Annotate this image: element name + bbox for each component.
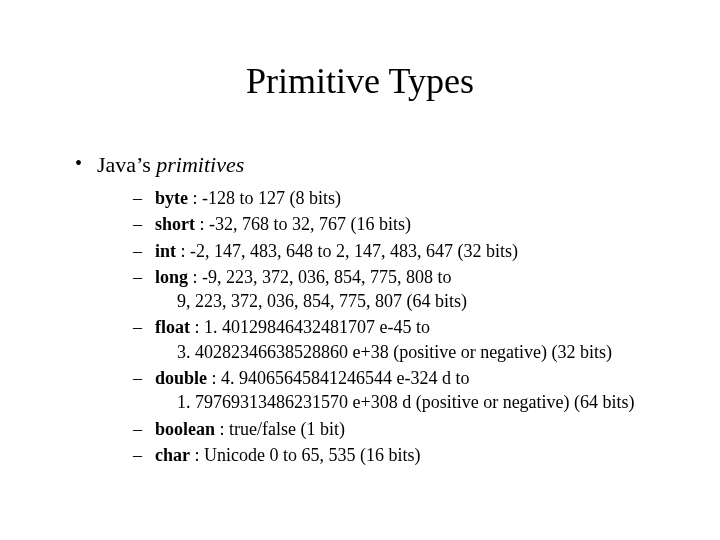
type-name: boolean [155,419,215,439]
bullet-java-primitives: Java’s primitives byte : -128 to 127 (8 … [75,152,670,467]
type-desc: : true/false (1 bit) [215,419,345,439]
list-item: long : -9, 223, 372, 036, 854, 775, 808 … [133,265,670,314]
list-item: short : -32, 768 to 32, 767 (16 bits) [133,212,670,236]
bullet-prefix: Java’s [97,152,156,177]
type-desc-cont: 9, 223, 372, 036, 854, 775, 807 (64 bits… [155,289,670,313]
bullet-list-level1: Java’s primitives byte : -128 to 127 (8 … [75,152,670,467]
type-desc: : -32, 768 to 32, 767 (16 bits) [195,214,411,234]
type-name: float [155,317,190,337]
slide-title: Primitive Types [50,60,670,102]
type-name: int [155,241,176,261]
type-name: long [155,267,188,287]
type-desc: : -9, 223, 372, 036, 854, 775, 808 to [188,267,452,287]
list-item: int : -2, 147, 483, 648 to 2, 147, 483, … [133,239,670,263]
type-desc-cont: 1. 79769313486231570 e+308 d (positive o… [155,390,670,414]
type-desc: : 1. 40129846432481707 e-45 to [190,317,430,337]
list-item: boolean : true/false (1 bit) [133,417,670,441]
type-name: char [155,445,190,465]
type-desc: : Unicode 0 to 65, 535 (16 bits) [190,445,420,465]
list-item: char : Unicode 0 to 65, 535 (16 bits) [133,443,670,467]
type-desc: : -128 to 127 (8 bits) [188,188,341,208]
slide: Primitive Types Java’s primitives byte :… [0,0,720,540]
type-desc-cont: 3. 40282346638528860 e+38 (positive or n… [155,340,670,364]
type-desc: : -2, 147, 483, 648 to 2, 147, 483, 647 … [176,241,518,261]
list-item: double : 4. 94065645841246544 e-324 d to… [133,366,670,415]
type-name: short [155,214,195,234]
type-desc: : 4. 94065645841246544 e-324 d to [207,368,470,388]
bullet-list-level2: byte : -128 to 127 (8 bits) short : -32,… [133,186,670,467]
list-item: float : 1. 40129846432481707 e-45 to 3. … [133,315,670,364]
type-name: byte [155,188,188,208]
type-name: double [155,368,207,388]
list-item: byte : -128 to 127 (8 bits) [133,186,670,210]
bullet-emph: primitives [156,152,244,177]
